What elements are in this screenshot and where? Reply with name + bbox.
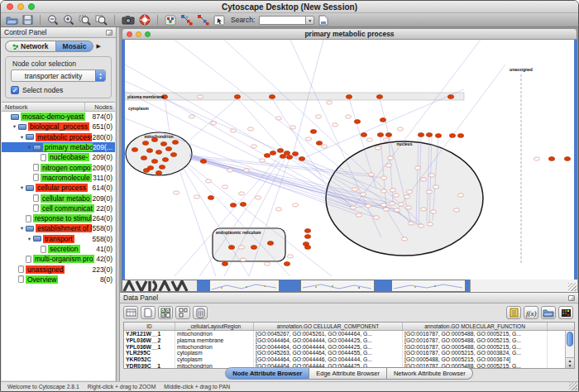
network-graph[interactable]: plasma membranecytoplasmmitochondrionnuc… (125, 40, 577, 280)
help-icon[interactable] (139, 14, 151, 26)
delete-attribute-icon[interactable] (193, 306, 208, 319)
table-row[interactable]: YPL036W__2plasma membrane[GO:0044464, GO… (124, 337, 574, 344)
network-tree-panel: Network Nodes mosaic-demo-yeast874(0)▼bi… (2, 102, 115, 380)
network-tree-item[interactable]: cell communicat22(0) (2, 203, 115, 213)
select-all-attributes-icon[interactable] (158, 306, 173, 319)
network-tree-item[interactable]: ▼metabolic process280(0) (2, 132, 115, 142)
node (380, 118, 385, 122)
network-tree-item[interactable]: multi-organism pro42(0) (2, 254, 115, 264)
tree-expand-icon[interactable]: ▼ (11, 124, 18, 129)
minimized-window-thumbnail[interactable] (391, 280, 466, 292)
node-label (401, 237, 407, 241)
column-cellular-component[interactable]: annotation.GO CELLULAR_COMPONENT (254, 323, 403, 330)
minimized-window-thumbnail[interactable] (122, 280, 198, 292)
network-tree-item[interactable]: unassigned223(0) (2, 264, 115, 274)
network-tree-item[interactable]: cellular metabo209(0) (2, 193, 115, 203)
search-dropdown-icon[interactable]: ▼ (305, 16, 314, 25)
table-scrollbar[interactable]: ▲▼ (565, 331, 574, 368)
tree-item-label: multi-organism pro (33, 255, 94, 263)
heatmap-icon[interactable] (558, 306, 573, 319)
tab-mosaic[interactable]: Mosaic (55, 41, 94, 52)
more-tabs-icon[interactable]: ▶ (96, 43, 100, 50)
table-row[interactable]: YJR121W__1mitochondrion[GO:0045267, GO:0… (124, 331, 574, 337)
network-view-titlebar[interactable]: primary metabolic process (122, 28, 577, 40)
import-attributes-icon[interactable] (541, 306, 556, 319)
zoom-selected-icon[interactable] (79, 14, 91, 26)
tab-network-attribute-browser[interactable]: Network Attribute Browser (387, 367, 473, 380)
layout-a-icon[interactable] (180, 14, 193, 26)
network-canvas[interactable]: plasma membranecytoplasmmitochondrionnuc… (122, 40, 577, 280)
node-label (418, 224, 423, 227)
column-molecular-function[interactable]: annotation.GO MOLECULAR_FUNCTION (403, 323, 548, 330)
attribute-select-icon[interactable] (123, 306, 138, 319)
network-tree-item[interactable]: macromolecule311(0) (2, 173, 115, 183)
snapshot-icon[interactable] (122, 15, 135, 25)
attribute-list-icon[interactable] (506, 306, 521, 319)
tab-edge-attribute-browser[interactable]: Edge Attribute Browser (309, 367, 387, 380)
tree-item-node-count: 22(0) (96, 204, 115, 213)
save-icon[interactable] (22, 15, 33, 25)
search-input[interactable]: ▼ (259, 16, 314, 25)
table-row[interactable]: YKR052Ccytoplasm[GO:0044464, GO:0044446,… (124, 356, 574, 363)
node (160, 142, 166, 146)
node-label (255, 196, 261, 199)
tab-network[interactable]: Network (5, 41, 55, 52)
table-cell: mitochondrion (175, 344, 254, 351)
tree-expand-icon[interactable]: ▼ (18, 185, 26, 190)
vizmapper-icon[interactable] (165, 15, 176, 26)
open-icon[interactable] (6, 15, 18, 25)
annotation-icon[interactable] (213, 15, 225, 26)
tree-item-label: nucleobase- (48, 153, 89, 161)
network-tree-item[interactable]: response to stimulu264(0) (2, 213, 115, 223)
table-cell: [GO:0016787, GO:0005488, GO:0005215, G..… (403, 337, 548, 344)
unselect-all-attributes-icon[interactable] (175, 306, 190, 319)
formula-builder-icon[interactable]: f(x) (524, 306, 538, 319)
zoom-in-icon[interactable] (63, 14, 74, 26)
tree-expand-icon[interactable]: ▼ (26, 145, 33, 150)
window-titlebar[interactable]: Cytoscape Desktop (New Session) (1, 1, 578, 13)
network-tree-item[interactable]: ▼biological_process651(0) (2, 122, 115, 131)
import-document-icon[interactable] (318, 15, 328, 26)
window-resize-grip[interactable] (569, 382, 577, 390)
float-panel-icon[interactable] (106, 30, 112, 36)
network-view-frame: primary metabolic process plasma membran… (122, 28, 577, 292)
tree-expand-icon[interactable]: ▼ (18, 135, 26, 140)
node (141, 156, 146, 160)
frame-resize-corner[interactable] (470, 280, 577, 292)
node-color-dropdown-value: transporter activity (12, 72, 95, 80)
network-tree-item[interactable]: nitrogen compo209(0) (2, 162, 115, 172)
column-id[interactable]: ID (124, 323, 175, 330)
attribute-table-header[interactable]: ID _cellularLayoutRegion annotation.GO C… (124, 323, 574, 331)
node-label (366, 138, 372, 141)
node (251, 246, 256, 250)
zoom-out-icon[interactable] (47, 14, 59, 26)
tab-node-attribute-browser[interactable]: Node Attribute Browser (225, 367, 309, 380)
scrollbar-thumb[interactable] (567, 332, 573, 347)
column-region[interactable]: _cellularLayoutRegion (175, 323, 254, 330)
select-nodes-checkbox[interactable]: ✓ (11, 86, 19, 94)
minimized-window-thumbnail[interactable] (300, 280, 375, 292)
network-tree-item[interactable]: ▼primary metabo209(... (2, 142, 115, 152)
node-label (420, 208, 426, 211)
tree-expand-icon[interactable]: ▼ (18, 226, 26, 231)
network-tree-item[interactable]: nucleobase-209(0) (2, 152, 115, 162)
table-row[interactable]: YLR295Ccytoplasm[GO:0045263, GO:0044464,… (124, 350, 574, 356)
layout-b-icon[interactable] (197, 14, 209, 26)
node-color-dropdown[interactable]: transporter activity ▲▼ (11, 69, 106, 82)
node-label (222, 185, 227, 189)
network-tree-item[interactable]: ▼cellular process614(0) (2, 183, 115, 193)
node-label (534, 157, 539, 160)
new-attribute-icon[interactable] (141, 306, 156, 319)
network-tree-item[interactable]: mosaic-demo-yeast874(0) (2, 112, 115, 122)
tree-expand-icon[interactable]: ▼ (26, 237, 33, 241)
zoom-fit-icon[interactable] (95, 14, 108, 26)
network-tree-item[interactable]: ▼establishment of lo558(0) (2, 223, 115, 233)
network-tree-item[interactable]: ▼transport558(0) (2, 234, 115, 244)
table-row[interactable]: YPL036W__1mitochondrion[GO:0044464, GO:0… (124, 344, 574, 351)
minimized-window-thumbnail[interactable] (209, 280, 280, 292)
network-tree-item[interactable]: Overview8(0) (2, 275, 115, 284)
tree-item-node-count: 651(0) (92, 122, 115, 131)
network-tree-item[interactable]: secretion41(0) (2, 244, 115, 254)
node-label (414, 166, 420, 170)
float-panel-icon[interactable] (568, 295, 575, 301)
